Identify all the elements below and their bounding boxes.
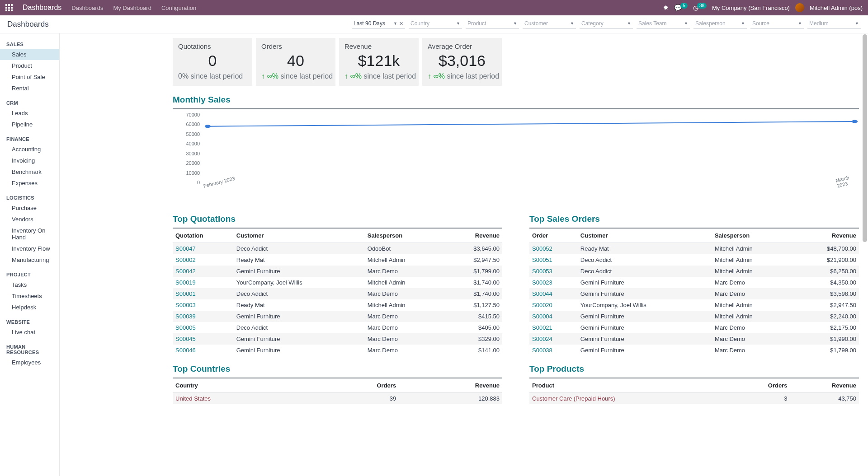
record-link[interactable]: S00052 <box>532 245 552 252</box>
table-row: S00038Gemini FurnitureMarc Demo$1,799.00 <box>529 345 859 356</box>
nav-link-configuration[interactable]: Configuration <box>161 5 196 11</box>
column-header: Customer <box>578 228 712 243</box>
column-header: Quotation <box>173 228 234 243</box>
svg-line-0 <box>208 121 854 126</box>
sidebar-header: HUMAN RESOURCES <box>0 341 59 357</box>
filter-source[interactable]: Source▼ <box>750 19 804 29</box>
filter-period[interactable]: Last 90 Days ▼ ✕ <box>352 19 405 29</box>
kpi-label: Average Order <box>428 42 496 50</box>
sidebar-item-inventory-flow[interactable]: Inventory Flow <box>0 243 59 254</box>
record-link[interactable]: S00003 <box>175 302 196 308</box>
kpi-row: Quotations00% since last periodOrders40↑… <box>173 38 859 86</box>
top-quotations-table: QuotationCustomerSalespersonRevenueS0004… <box>173 228 502 356</box>
clear-filter-icon[interactable]: ✕ <box>399 21 403 27</box>
record-link[interactable]: S00021 <box>532 324 552 331</box>
sidebar-item-manufacturing[interactable]: Manufacturing <box>0 254 59 266</box>
filter-period-value: Last 90 Days <box>354 20 385 27</box>
kpi-label: Revenue <box>344 42 413 50</box>
record-link[interactable]: S00002 <box>175 257 196 263</box>
kpi-value: 0 <box>178 52 247 70</box>
apps-icon[interactable] <box>5 4 13 11</box>
chevron-down-icon: ▼ <box>855 21 859 26</box>
user-menu[interactable]: Mitchell Admin (pos) <box>810 5 863 11</box>
sidebar-item-rental[interactable]: Rental <box>0 83 59 94</box>
record-link[interactable]: S00042 <box>175 268 196 275</box>
record-link[interactable]: S00001 <box>175 290 196 297</box>
record-link[interactable]: S00053 <box>532 268 552 275</box>
table-row: S00004Gemini FurnitureMitchell Admin$2,2… <box>529 311 859 322</box>
line-plot <box>203 115 859 182</box>
sidebar-item-tasks[interactable]: Tasks <box>0 279 59 290</box>
nav-link-my-dashboard[interactable]: My Dashboard <box>113 5 151 11</box>
sidebar-item-sales[interactable]: Sales <box>0 49 59 60</box>
kpi-value: $121k <box>344 52 413 70</box>
y-tick: 70000 <box>186 112 200 117</box>
brand-title: Dashboards <box>23 4 61 12</box>
filter-sales-team[interactable]: Sales Team▼ <box>637 19 690 29</box>
sidebar-item-invoicing[interactable]: Invoicing <box>0 155 59 166</box>
filter-salesperson[interactable]: Salesperson▼ <box>693 19 747 29</box>
kpi-value: $3,016 <box>428 52 496 70</box>
table-row: S00023Gemini FurnitureMarc Demo$4,350.00 <box>529 277 859 288</box>
record-link[interactable]: S00038 <box>532 347 552 354</box>
top-products-table: ProductOrdersRevenueCustomer Care (Prepa… <box>529 378 859 404</box>
bug-icon[interactable]: ✸ <box>663 4 669 11</box>
record-link[interactable]: S00023 <box>532 279 552 286</box>
record-link[interactable]: S00051 <box>532 257 552 263</box>
sidebar-item-accounting[interactable]: Accounting <box>0 144 59 155</box>
sidebar-item-leads[interactable]: Leads <box>0 107 59 119</box>
nav-link-dashboards[interactable]: Dashboards <box>71 5 103 11</box>
sidebar-item-vendors[interactable]: Vendors <box>0 214 59 225</box>
record-link[interactable]: S00019 <box>175 279 196 286</box>
top-countries-title: Top Countries <box>173 364 502 374</box>
y-tick: 50000 <box>186 131 200 137</box>
record-link[interactable]: United States <box>175 395 211 402</box>
sidebar-item-expenses[interactable]: Expenses <box>0 177 59 189</box>
sidebar-item-purchase[interactable]: Purchase <box>0 202 59 214</box>
activity-icon[interactable]: ◷38 <box>693 4 707 11</box>
scrollbar-thumb[interactable] <box>863 34 867 242</box>
sidebar-header: CRM <box>0 97 59 107</box>
sidebar-item-point-of-sale[interactable]: Point of Sale <box>0 71 59 83</box>
sidebar-item-inventory-on-hand[interactable]: Inventory On Hand <box>0 225 59 243</box>
record-link[interactable]: S00024 <box>532 336 552 342</box>
messages-icon[interactable]: 💬5 <box>674 4 688 11</box>
record-link[interactable]: S00045 <box>175 336 196 342</box>
sidebar-item-benchmark[interactable]: Benchmark <box>0 166 59 177</box>
column-header: Order <box>529 228 578 243</box>
record-link[interactable]: Customer Care (Prepaid Hours) <box>532 395 615 402</box>
sidebar-header: FINANCE <box>0 133 59 144</box>
top-orders-title: Top Sales Orders <box>529 214 859 224</box>
record-link[interactable]: S00046 <box>175 347 196 354</box>
company-selector[interactable]: My Company (San Francisco) <box>712 5 790 11</box>
y-tick: 0 <box>197 180 200 185</box>
table-row: S00046Gemini FurnitureMarc Demo$141.00 <box>173 345 502 356</box>
sidebar-header: WEBSITE <box>0 316 59 327</box>
column-header: Country <box>173 378 313 393</box>
top-orders-table: OrderCustomerSalespersonRevenueS00052Rea… <box>529 228 859 356</box>
filter-category[interactable]: Category▼ <box>580 19 633 29</box>
record-link[interactable]: S00004 <box>532 313 552 320</box>
filter-country[interactable]: Country▼ <box>409 19 462 29</box>
column-header: Revenue <box>793 228 859 243</box>
chart-title: Monthly Sales <box>173 95 859 105</box>
table-row: S00003Ready MatMitchell Admin$1,127.50 <box>173 299 502 311</box>
sidebar-item-product[interactable]: Product <box>0 60 59 71</box>
filter-product[interactable]: Product▼ <box>466 19 519 29</box>
sidebar-item-employees[interactable]: Employees <box>0 357 59 368</box>
record-link[interactable]: S00020 <box>532 302 552 308</box>
sidebar-item-timesheets[interactable]: Timesheets <box>0 290 59 302</box>
sidebar-item-helpdesk[interactable]: Helpdesk <box>0 302 59 313</box>
record-link[interactable]: S00005 <box>175 324 196 331</box>
y-tick: 40000 <box>186 141 200 146</box>
filter-medium[interactable]: Medium▼ <box>807 19 861 29</box>
sidebar-item-pipeline[interactable]: Pipeline <box>0 119 59 130</box>
sidebar-item-live-chat[interactable]: Live chat <box>0 327 59 338</box>
filter-customer[interactable]: Customer▼ <box>523 19 576 29</box>
record-link[interactable]: S00047 <box>175 245 196 252</box>
filter-bar: Dashboards Last 90 Days ▼ ✕ Country▼Prod… <box>0 15 868 33</box>
kpi-delta: ↑ ∞% since last period <box>428 72 496 80</box>
record-link[interactable]: S00044 <box>532 290 552 297</box>
record-link[interactable]: S00039 <box>175 313 196 320</box>
chevron-down-icon: ▼ <box>456 21 460 26</box>
